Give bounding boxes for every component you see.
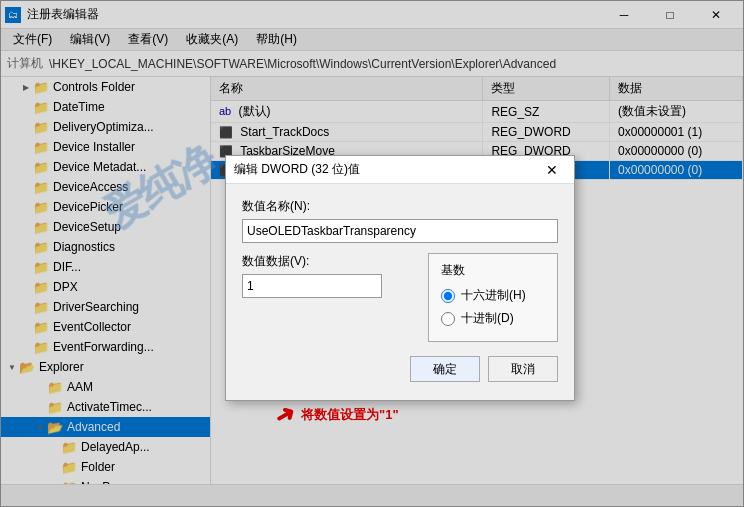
name-input[interactable] [242,219,558,243]
ok-button[interactable]: 确定 [410,356,480,382]
radio-dec-option: 十进制(D) [441,310,545,327]
value-field-group: 数值数据(V): [242,253,412,342]
base-title: 基数 [441,262,545,279]
dword-dialog: 编辑 DWORD (32 位)值 ✕ 数值名称(N): 数值数据(V): 基数 [225,155,575,401]
radio-dec-input[interactable] [441,312,455,326]
name-field-group: 数值名称(N): [242,198,558,243]
data-input[interactable] [242,274,382,298]
annotation: ➜ 将数值设置为"1" [275,401,399,429]
radio-hex-option: 十六进制(H) [441,287,545,304]
name-label: 数值名称(N): [242,198,558,215]
annotation-arrow: ➜ [269,398,300,432]
data-label: 数值数据(V): [242,253,412,270]
annotation-text: 将数值设置为"1" [301,406,399,424]
dialog-close-button[interactable]: ✕ [538,159,566,181]
base-group: 基数 十六进制(H) 十进制(D) [428,253,558,342]
dialog-overlay: 编辑 DWORD (32 位)值 ✕ 数值名称(N): 数值数据(V): 基数 [0,0,744,507]
dialog-title-bar: 编辑 DWORD (32 位)值 ✕ [226,156,574,184]
radio-hex-input[interactable] [441,289,455,303]
radio-dec-label: 十进制(D) [461,310,514,327]
radio-hex-label: 十六进制(H) [461,287,526,304]
dialog-title-text: 编辑 DWORD (32 位)值 [234,161,538,178]
dialog-body: 数值名称(N): 数值数据(V): 基数 十六进制(H) [226,184,574,400]
dialog-buttons: 确定 取消 [242,352,558,386]
value-base-row: 数值数据(V): 基数 十六进制(H) 十进制(D) [242,253,558,342]
cancel-button[interactable]: 取消 [488,356,558,382]
